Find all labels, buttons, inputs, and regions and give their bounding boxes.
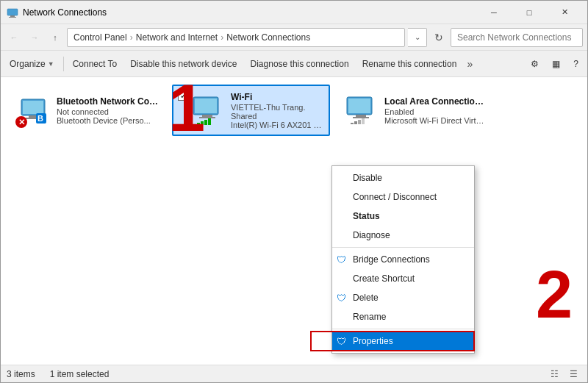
- svg-rect-2: [9, 17, 16, 18]
- wifi-detail: Intel(R) Wi-Fi 6 AX201 160MH...: [231, 121, 323, 129]
- ctx-bridge[interactable]: 🛡 Bridge Connections: [332, 250, 474, 269]
- breadcrumb-mid: Network and Internet: [136, 32, 218, 43]
- svg-rect-18: [348, 99, 370, 113]
- network-card-wifi[interactable]: ✓: [172, 85, 330, 136]
- organize-button[interactable]: Organize ▼: [4, 54, 60, 74]
- lan-card-info: Local Area Connection* 2 Enabled Microso…: [384, 96, 487, 125]
- ctx-disable[interactable]: Disable: [332, 168, 474, 187]
- lan-icon: [343, 93, 379, 128]
- refresh-button[interactable]: ↻: [430, 29, 448, 46]
- minimize-button[interactable]: ─: [477, 1, 511, 24]
- svg-rect-0: [7, 9, 18, 15]
- svg-text:B: B: [37, 114, 43, 123]
- delete-shield-icon: 🛡: [337, 293, 346, 304]
- ctx-diagnose[interactable]: Diagnose: [332, 226, 474, 245]
- breadcrumb-root: Control Panel: [74, 32, 127, 43]
- svg-rect-21: [351, 123, 354, 124]
- selected-count: 1 item selected: [50, 369, 110, 379]
- search-input[interactable]: [451, 28, 583, 47]
- bluetooth-name: Bluetooth Network Con...: [57, 96, 159, 107]
- diagnose-button[interactable]: Diagnose this connection: [245, 54, 355, 74]
- wifi-name: Wi-Fi: [231, 92, 323, 102]
- bluetooth-card-info: Bluetooth Network Con... Not connected B…: [57, 96, 159, 125]
- disable-button[interactable]: Disable this network device: [124, 54, 243, 74]
- lan-name: Local Area Connection* 2: [384, 96, 487, 107]
- svg-rect-24: [362, 118, 365, 124]
- svg-rect-10: [195, 99, 217, 113]
- error-badge: ✕: [15, 116, 27, 128]
- connect-to-button[interactable]: Connect To: [67, 54, 123, 74]
- layout-button[interactable]: ▦: [546, 54, 566, 74]
- bluetooth-icon: B ✕: [15, 93, 51, 128]
- back-button[interactable]: ←: [5, 29, 23, 46]
- forward-button[interactable]: →: [26, 29, 43, 46]
- wifi-checkbox[interactable]: ✓: [178, 90, 188, 101]
- main-window: Network Connections ─ □ ✕ ← → ↑ Control …: [0, 0, 588, 383]
- svg-rect-1: [10, 15, 15, 17]
- breadcrumb-current: Network Connections: [226, 32, 310, 43]
- ctx-rename[interactable]: Rename: [332, 307, 474, 326]
- up-button[interactable]: ↑: [46, 29, 64, 46]
- bluetooth-detail: Bluetooth Device (Perso...: [57, 116, 159, 125]
- wifi-status: VIETTEL-Thu Trang. Shared: [231, 103, 323, 121]
- number-2-overlay: 2: [536, 262, 573, 328]
- help-button[interactable]: ?: [567, 54, 584, 74]
- list-view-button[interactable]: ☷: [546, 367, 562, 382]
- svg-rect-23: [358, 120, 361, 124]
- svg-rect-16: [208, 118, 211, 125]
- svg-rect-12: [199, 117, 215, 118]
- context-menu: Disable Connect / Disconnect Status Diag…: [331, 165, 475, 354]
- wifi-icon: [190, 93, 225, 128]
- svg-rect-19: [356, 115, 366, 117]
- rename-button[interactable]: Rename this connection: [356, 54, 463, 74]
- svg-rect-14: [201, 121, 204, 125]
- network-card-bluetooth[interactable]: B ✕ Bluetooth Network Con... Not connect…: [8, 85, 166, 136]
- details-view-button[interactable]: ☰: [565, 367, 581, 382]
- lan-detail: Microsoft Wi-Fi Direct Virtual ...: [384, 116, 487, 125]
- ctx-properties[interactable]: 🛡 Properties: [332, 332, 474, 351]
- svg-rect-13: [197, 123, 200, 125]
- maximize-button[interactable]: □: [512, 1, 546, 24]
- svg-rect-20: [353, 117, 369, 118]
- ctx-status[interactable]: Status: [332, 207, 474, 226]
- address-bar: ← → ↑ Control Panel › Network and Intern…: [1, 24, 587, 51]
- svg-rect-4: [23, 101, 43, 114]
- ctx-separator-1: [332, 247, 474, 248]
- toolbar-separator-1: [63, 57, 64, 71]
- network-items-container: B ✕ Bluetooth Network Con... Not connect…: [1, 77, 587, 143]
- toolbar: Organize ▼ Connect To Disable this netwo…: [1, 51, 587, 77]
- more-button[interactable]: »: [464, 54, 476, 74]
- svg-rect-22: [354, 121, 357, 124]
- wifi-card-info: Wi-Fi VIETTEL-Thu Trang. Shared Intel(R)…: [231, 92, 323, 129]
- bridge-shield-icon: 🛡: [337, 254, 346, 265]
- window-icon: [7, 7, 18, 18]
- properties-shield-icon: 🛡: [337, 336, 346, 347]
- svg-rect-11: [202, 115, 212, 117]
- status-bar: 3 items 1 item selected ☷ ☰: [1, 365, 587, 382]
- content-area: B ✕ Bluetooth Network Con... Not connect…: [1, 77, 587, 365]
- close-button[interactable]: ✕: [548, 1, 581, 24]
- breadcrumb-sep1: ›: [130, 32, 133, 43]
- breadcrumb-sep2: ›: [220, 32, 223, 43]
- bluetooth-status: Not connected: [57, 107, 159, 116]
- view-controls: ☷ ☰: [546, 367, 581, 382]
- ctx-separator-2: [332, 329, 474, 329]
- breadcrumb-dropdown[interactable]: ⌄: [408, 28, 427, 47]
- organize-chevron: ▼: [48, 60, 54, 68]
- item-count: 3 items: [7, 369, 35, 379]
- window-title: Network Connections: [23, 7, 477, 18]
- svg-rect-15: [204, 120, 207, 125]
- title-bar: Network Connections ─ □ ✕: [1, 1, 587, 24]
- ctx-delete[interactable]: 🛡 Delete: [332, 288, 474, 307]
- window-controls: ─ □ ✕: [477, 1, 581, 24]
- network-card-lan[interactable]: Local Area Connection* 2 Enabled Microso…: [336, 85, 494, 136]
- breadcrumb[interactable]: Control Panel › Network and Internet › N…: [67, 28, 405, 47]
- lan-status: Enabled: [384, 107, 487, 116]
- view-options-button[interactable]: ⚙: [525, 54, 545, 74]
- ctx-connect-disconnect[interactable]: Connect / Disconnect: [332, 187, 474, 207]
- ctx-create-shortcut[interactable]: Create Shortcut: [332, 269, 474, 288]
